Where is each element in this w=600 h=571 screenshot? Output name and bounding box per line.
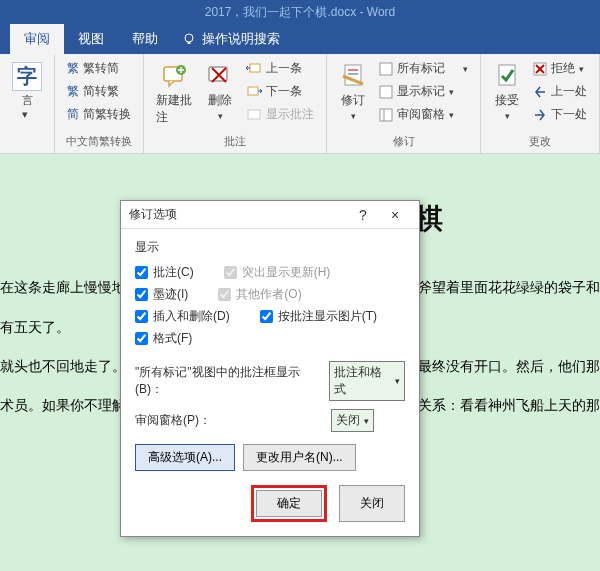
svg-rect-17 xyxy=(380,109,392,121)
display-for-review-dropdown[interactable]: 所有标记 ▾ xyxy=(375,58,472,79)
pane-label: 审阅窗格(P)： xyxy=(135,412,323,429)
tab-review[interactable]: 审阅 xyxy=(10,24,64,54)
lightbulb-icon xyxy=(182,32,196,46)
cancel-button[interactable]: 关闭 xyxy=(339,485,405,522)
pane-icon xyxy=(379,108,393,122)
group-tracking: 修订 ▾ 所有标记 ▾ 显示标记▾ 审阅窗格▾ 修订 xyxy=(327,54,481,153)
accept-button[interactable]: 接受 ▾ xyxy=(487,58,527,125)
prev-change-icon xyxy=(533,85,547,99)
track-changes-icon xyxy=(339,62,367,90)
group-language-char: 字 言▾ xyxy=(0,54,55,153)
chevron-down-icon: ▾ xyxy=(395,376,400,386)
svg-rect-15 xyxy=(380,63,392,75)
track-changes-button[interactable]: 修订 ▾ xyxy=(333,58,373,125)
group-label: 中文简繁转换 xyxy=(61,132,137,149)
delete-comment-icon xyxy=(206,62,234,90)
chevron-down-icon: ▾ xyxy=(364,416,369,426)
advanced-options-button[interactable]: 高级选项(A)... xyxy=(135,444,235,471)
pane-dropdown[interactable]: 关闭▾ xyxy=(331,409,374,432)
simplified-to-traditional-button[interactable]: 繁简转繁 xyxy=(63,81,135,102)
checkbox-formatting[interactable]: 格式(F) xyxy=(135,330,192,347)
dialog-titlebar: 修订选项 ? × xyxy=(121,201,419,229)
checkbox-comments[interactable]: 批注(C) xyxy=(135,264,194,281)
tell-me-search[interactable]: 操作说明搜索 xyxy=(182,30,280,48)
group-changes: 接受 ▾ 拒绝▾ 上一处 下一处 更改 xyxy=(481,54,600,153)
ok-button[interactable]: 确定 xyxy=(256,490,322,517)
checkbox-insertions-deletions[interactable]: 插入和删除(D) xyxy=(135,308,230,325)
tab-help[interactable]: 帮助 xyxy=(118,24,172,54)
show-comments-button[interactable]: 显示批注 xyxy=(242,104,318,125)
section-display-label: 显示 xyxy=(135,239,405,256)
svg-rect-16 xyxy=(380,86,392,98)
delete-comment-button[interactable]: 删除 ▾ xyxy=(200,58,240,125)
chinese-convert-button[interactable]: 简简繁转换 xyxy=(63,104,135,125)
show-markup-icon xyxy=(379,85,393,99)
title-bar: 2017，我们一起下个棋.docx - Word xyxy=(0,0,600,24)
reject-button[interactable]: 拒绝▾ xyxy=(529,58,591,79)
ribbon: 字 言▾ 繁繁转简 繁简转繁 简简繁转换 中文简繁转换 新建批注 删除 ▾ xyxy=(0,54,600,154)
reject-icon xyxy=(533,62,547,76)
prev-comment-icon xyxy=(246,62,262,76)
svg-rect-11 xyxy=(248,110,260,119)
dialog-title: 修订选项 xyxy=(129,206,177,223)
checkbox-highlight-updates: 突出显示更新(H) xyxy=(224,264,331,281)
ribbon-tabs: 审阅 视图 帮助 操作说明搜索 xyxy=(0,24,600,54)
accept-icon xyxy=(493,62,521,90)
char-icon: 字 xyxy=(12,62,42,91)
dialog-help-button[interactable]: ? xyxy=(347,201,379,229)
ok-highlight-box: 确定 xyxy=(251,485,327,522)
reviewing-pane-button[interactable]: 审阅窗格▾ xyxy=(375,104,472,125)
previous-comment-button[interactable]: 上一条 xyxy=(242,58,318,79)
traditional-to-simplified-button[interactable]: 繁繁转简 xyxy=(63,58,135,79)
markup-icon xyxy=(379,62,393,76)
tab-view[interactable]: 视图 xyxy=(64,24,118,54)
next-comment-button[interactable]: 下一条 xyxy=(242,81,318,102)
new-comment-button[interactable]: 新建批注 xyxy=(150,58,200,130)
show-comments-icon xyxy=(246,108,262,122)
balloon-label: "所有标记"视图中的批注框显示(B)： xyxy=(135,364,321,398)
checkbox-ink[interactable]: 墨迹(I) xyxy=(135,286,188,303)
show-markup-button[interactable]: 显示标记▾ xyxy=(375,81,472,102)
svg-rect-19 xyxy=(499,65,515,85)
svg-rect-10 xyxy=(248,87,258,95)
new-comment-icon xyxy=(161,62,189,90)
group-label: 批注 xyxy=(150,132,320,149)
previous-change-button[interactable]: 上一处 xyxy=(529,81,591,102)
next-change-button[interactable]: 下一处 xyxy=(529,104,591,125)
group-comments: 新建批注 删除 ▾ 上一条 下一条 显示批注 xyxy=(144,54,327,153)
change-username-button[interactable]: 更改用户名(N)... xyxy=(243,444,356,471)
checkbox-pictures-by-comments[interactable]: 按批注显示图片(T) xyxy=(260,308,377,325)
track-changes-options-dialog: 修订选项 ? × 显示 批注(C) 突出显示更新(H) 墨迹(I) 其他作者(O… xyxy=(120,200,420,537)
checkbox-other-authors: 其他作者(O) xyxy=(218,286,301,303)
char-sample-button[interactable]: 字 言▾ xyxy=(6,58,48,125)
document-title: 2017，我们一起下个棋.docx - Word xyxy=(205,4,396,21)
next-change-icon xyxy=(533,108,547,122)
svg-rect-9 xyxy=(250,64,260,72)
svg-point-0 xyxy=(185,34,193,42)
group-label: 修订 xyxy=(333,132,474,149)
balloon-dropdown[interactable]: 批注和格式▾ xyxy=(329,361,405,401)
svg-rect-1 xyxy=(188,42,191,44)
next-comment-icon xyxy=(246,85,262,99)
group-chinese-conversion: 繁繁转简 繁简转繁 简简繁转换 中文简繁转换 xyxy=(55,54,144,153)
group-label: 更改 xyxy=(487,132,593,149)
dialog-close-button[interactable]: × xyxy=(379,201,411,229)
